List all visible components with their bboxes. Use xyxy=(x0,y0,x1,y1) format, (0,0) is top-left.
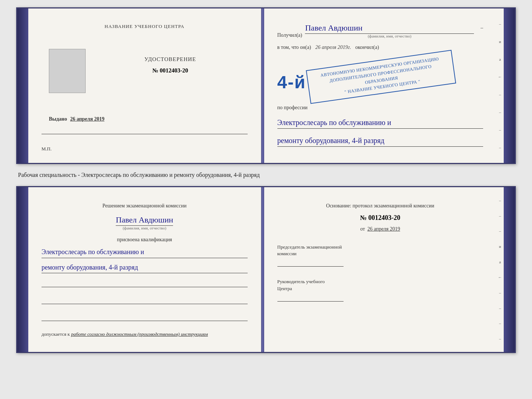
right-binding-bottom xyxy=(504,187,515,352)
left-binding-bottom xyxy=(17,187,28,352)
qualification-line1: Электрослесарь по обслуживанию и xyxy=(42,246,248,258)
mp-label: М.П. xyxy=(42,146,51,152)
blank-line-3 xyxy=(42,314,248,321)
head-sig-line xyxy=(277,301,344,302)
chairman-sig-line xyxy=(277,266,344,267)
bottom-left-panel: Решением экзаменационной комиссии Павел … xyxy=(28,187,261,352)
допускается-label: допускается к xyxy=(42,331,70,337)
head-block: Руководитель учебного Центра xyxy=(277,278,484,301)
profession-line1: Электрослесарь по обслуживанию и xyxy=(277,117,484,129)
fio-subtitle-top: (фамилия, имя, отчество) xyxy=(305,34,474,38)
received-label: Получил(а) xyxy=(277,32,302,38)
photo-placeholder xyxy=(49,49,86,93)
chairman-title-line1: Председатель экзаменационной xyxy=(277,244,484,250)
from-date-block: от 26 апреля 2019 xyxy=(277,226,484,232)
org-stamp: АВТОНОМНУЮ НЕКОММЕРЧЕСКУЮ ОРГАНИЗАЦИЮ ДО… xyxy=(306,50,456,104)
left-binding xyxy=(17,8,28,163)
in-that-label: в том, что он(а) xyxy=(277,44,311,50)
profession-label: по профессии xyxy=(277,105,484,111)
qualification-line2: ремонту оборудования, 4-й разряд xyxy=(42,262,248,274)
top-document: НАЗВАНИЕ УЧЕБНОГО ЦЕНТРА УДОСТОВЕРЕНИЕ №… xyxy=(16,7,516,164)
finished-label: окончил(а) xyxy=(355,44,379,50)
protocol-number: № 0012403-20 xyxy=(277,214,484,222)
assigned-label: присвоена квалификация xyxy=(42,237,248,243)
stamp-block: 4-й АВТОНОМНУЮ НЕКОММЕРЧЕСКУЮ ОРГАНИЗАЦИ… xyxy=(277,58,484,96)
top-left-content: НАЗВАНИЕ УЧЕБНОГО ЦЕНТРА УДОСТОВЕРЕНИЕ №… xyxy=(42,19,248,152)
certificate-title: УДОСТОВЕРЕНИЕ xyxy=(144,56,196,63)
completion-date: 26 апреля 2019г. xyxy=(315,44,351,50)
bottom-left-content: Решением экзаменационной комиссии Павел … xyxy=(42,198,248,341)
blank-line-1 xyxy=(42,280,248,287)
from-label: от xyxy=(360,226,365,232)
right-binding-top xyxy=(504,8,515,163)
issued-label: Выдано xyxy=(49,116,67,122)
top-right-content: Получил(а) Павел Авдюшин (фамилия, имя, … xyxy=(277,19,484,152)
recipient-name: Павел Авдюшин xyxy=(305,23,474,34)
fio-label-bottom: (фамилия, имя, отчество) xyxy=(123,226,166,230)
certificate-number: № 0012403-20 xyxy=(152,67,188,74)
received-line: Получил(а) Павел Авдюшин (фамилия, имя, … xyxy=(277,23,484,38)
from-date-value: 26 апреля 2019 xyxy=(367,226,400,232)
head-title-line2: Центра xyxy=(277,285,484,292)
head-title-line1: Руководитель учебного xyxy=(277,278,484,285)
osnov-label: Основание: протокол экзаменационной коми… xyxy=(277,202,484,210)
top-left-panel: НАЗВАНИЕ УЧЕБНОГО ЦЕНТРА УДОСТОВЕРЕНИЕ №… xyxy=(28,8,261,163)
issued-date-block: Выдано 26 апреля 2019 xyxy=(49,116,248,122)
profession-line2: ремонту оборудования, 4-й разряд xyxy=(277,135,484,147)
spine-top xyxy=(261,8,264,163)
bottom-right-panel: Основание: протокол экзаменационной коми… xyxy=(264,187,497,352)
spine-bottom xyxy=(261,187,264,352)
right-marks-bottom: – – – и а ← – – – – xyxy=(496,187,504,352)
commission-title: Решением экзаменационной комиссии xyxy=(42,202,248,210)
middle-text: Рабочая специальность - Электрослесарь п… xyxy=(16,171,516,179)
commission-name: Павел Авдюшин xyxy=(116,215,173,226)
top-right-panel: Получил(а) Павел Авдюшин (фамилия, имя, … xyxy=(264,8,497,163)
chairman-title-line2: комиссии xyxy=(277,250,484,257)
in-that-block: в том, что он(а) 26 апреля 2019г. окончи… xyxy=(277,43,484,52)
chairman-block: Председатель экзаменационной комиссии xyxy=(277,244,484,267)
grade-stamp: 4-й xyxy=(277,72,306,92)
right-marks-top: – и а ← – – – – xyxy=(496,8,504,163)
issued-date-value: 26 апреля 2019 xyxy=(70,116,104,122)
school-name-top: НАЗВАНИЕ УЧЕБНОГО ЦЕНТРА xyxy=(105,23,184,30)
bottom-right-content: Основание: протокол экзаменационной коми… xyxy=(277,198,484,323)
bottom-document: Решением экзаменационной комиссии Павел … xyxy=(16,186,516,353)
допускается-block: допускается к работе согласно должностны… xyxy=(42,331,248,337)
blank-line-2 xyxy=(42,297,248,304)
допускается-text: работе согласно должностным (производств… xyxy=(71,331,208,337)
middle-text-content: Рабочая специальность - Электрослесарь п… xyxy=(18,172,260,178)
